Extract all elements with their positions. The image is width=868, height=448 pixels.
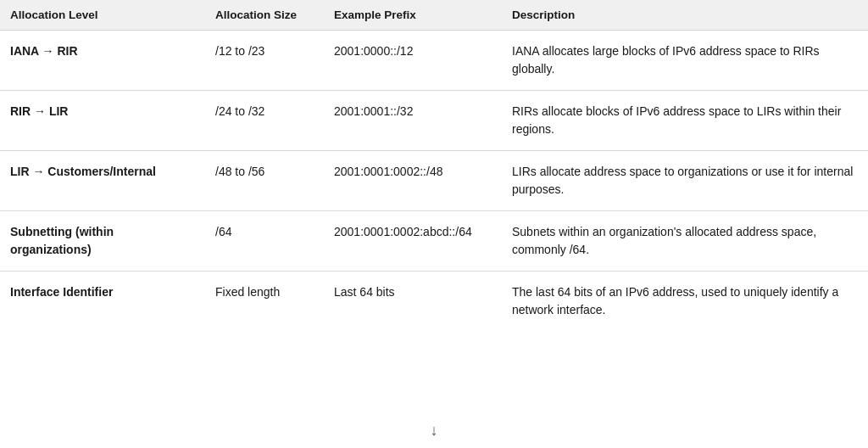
allocation-level-header: Allocation Level (0, 0, 205, 31)
allocation-level-cell: IANA → RIR (0, 31, 205, 91)
description-cell: IANA allocates large blocks of IPv6 addr… (502, 31, 868, 91)
example-prefix-cell: 2001:0001::/32 (324, 91, 502, 151)
allocation-level-cell: RIR → LIR (0, 91, 205, 151)
allocation-size-cell: /64 (205, 211, 324, 272)
table-header-row: Allocation Level Allocation Size Example… (0, 0, 868, 31)
example-prefix-cell: 2001:0001:0002:abcd::/64 (324, 211, 502, 272)
allocation-level-cell: Interface Identifier (0, 272, 205, 332)
table-row: Subnetting (within organizations)/642001… (0, 211, 868, 272)
allocation-size-header: Allocation Size (205, 0, 324, 31)
description-cell: The last 64 bits of an IPv6 address, use… (502, 272, 868, 332)
description-cell: RIRs allocate blocks of IPv6 address spa… (502, 91, 868, 151)
example-prefix-cell: Last 64 bits (324, 272, 502, 332)
allocation-size-cell: /48 to /56 (205, 151, 324, 211)
scroll-indicator: ↓ (431, 422, 438, 440)
allocation-size-cell: /24 to /32 (205, 91, 324, 151)
allocation-table: Allocation Level Allocation Size Example… (0, 0, 868, 331)
allocation-level-cell: LIR → Customers/Internal (0, 151, 205, 211)
example-prefix-header: Example Prefix (324, 0, 502, 31)
example-prefix-cell: 2001:0000::/12 (324, 31, 502, 91)
description-cell: LIRs allocate address space to organizat… (502, 151, 868, 211)
allocation-level-cell: Subnetting (within organizations) (0, 211, 205, 272)
table-row: RIR → LIR/24 to /322001:0001::/32RIRs al… (0, 91, 868, 151)
table-row: LIR → Customers/Internal/48 to /562001:0… (0, 151, 868, 211)
example-prefix-cell: 2001:0001:0002::/48 (324, 151, 502, 211)
allocation-size-cell: Fixed length (205, 272, 324, 332)
description-cell: Subnets within an organization's allocat… (502, 211, 868, 272)
table-row: IANA → RIR/12 to /232001:0000::/12IANA a… (0, 31, 868, 91)
table-row: Interface IdentifierFixed lengthLast 64 … (0, 272, 868, 332)
table-wrapper: Allocation Level Allocation Size Example… (0, 0, 868, 448)
allocation-size-cell: /12 to /23 (205, 31, 324, 91)
description-header: Description (502, 0, 868, 31)
